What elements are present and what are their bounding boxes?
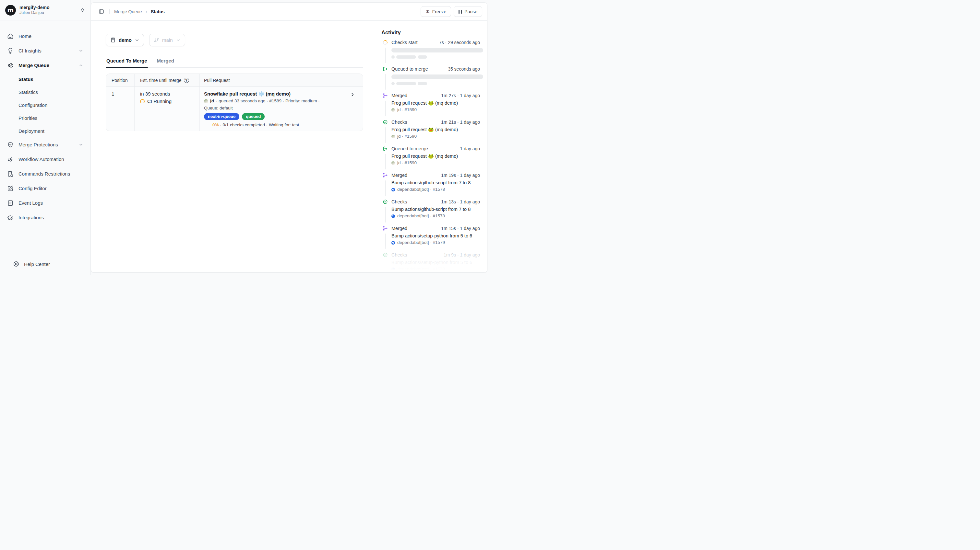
app-root: m mergify-demo Julien Danjou HomeCI Insi… [0,0,490,275]
sidebar-item-commands-restrictions[interactable]: Commands Restrictions [5,166,86,181]
snowflake-icon [425,9,430,14]
dependabot-avatar [391,268,395,271]
log-out-icon [383,67,388,71]
branch-select[interactable]: main [149,34,185,46]
circle-check-icon [383,199,388,204]
sidebar-item-status[interactable]: Status [5,73,86,86]
sidebar: m mergify-demo Julien Danjou HomeCI Insi… [0,0,91,275]
timeline-connector [385,207,386,222]
pause-button[interactable]: Pause [454,6,482,17]
timeline-connector [385,233,386,249]
file-text-icon [7,200,14,206]
activity-pr-title[interactable]: Frog pull request 🐸 (mq demo) [391,153,480,159]
column-header-pull-request: Pull Request [200,74,363,87]
sidebar-item-label: Status [19,76,33,82]
sidebar-item-merge-protections[interactable]: Merge Protections [5,137,86,152]
sidebar-toggle-button[interactable] [96,7,106,16]
dependabot-avatar [391,241,395,244]
activity-event-title: Merged [391,225,407,231]
sidebar-item-statistics[interactable]: Statistics [5,86,86,98]
activity-pr-title[interactable]: Bump actions/setup-python from 5 to 6 [391,259,480,266]
activity-event-time: 1m 9s · 1 day ago [444,252,480,258]
activity-author-text: dependabot[bot] · #1578 [397,213,445,219]
sidebar-nav: HomeCI InsightsMerge QueueStatusStatisti… [0,21,91,257]
timeline-connector [385,127,386,143]
sidebar-item-help-center[interactable]: Help Center [13,257,91,271]
freeze-button[interactable]: Freeze [421,6,451,17]
activity-event-time: 7s · 29 seconds ago [439,39,480,46]
skeleton-piece [418,55,427,59]
chevron-down-icon [135,38,140,43]
queue-tabs: Queued To Merge Merged [106,55,363,68]
queue-table-row[interactable]: 1 in 39 seconds CI Running Snowflake pul… [106,87,363,131]
sidebar-item-integrations[interactable]: Integrations [5,210,86,225]
chevron-down-icon [78,142,83,147]
queue-content: demo main Queued To Merge Merged Po [91,21,374,273]
sidebar-item-config-editor[interactable]: Config Editor [5,181,86,196]
activity-panel: Activity Checks start7s · 29 seconds ago… [374,21,487,273]
breadcrumb-parent[interactable]: Merge Queue [114,9,142,14]
branch-select-value: main [162,37,173,43]
activity-item-checks-start-0: Checks start7s · 29 seconds ago [381,39,480,66]
timeline-connector [385,101,386,116]
sidebar-item-deployment[interactable]: Deployment [5,124,86,137]
activity-event-time: 35 seconds ago [448,66,480,72]
activity-pr-title[interactable]: Frog pull request 🐸 (mq demo) [391,100,480,106]
sidebar-item-configuration[interactable]: Configuration [5,98,86,111]
file-lock-icon [7,171,14,177]
activity-event-title: Checks start [391,39,418,46]
eta-cell: in 39 seconds CI Running [135,87,200,131]
panel-left-icon [99,9,104,14]
activity-event-title: Checks [391,252,407,258]
chevron-down-icon [176,38,181,43]
activity-event-title: Checks [391,119,407,125]
ci-status: CI Running [147,98,172,105]
account-switcher[interactable]: m mergify-demo Julien Danjou [0,0,91,21]
puzzle-icon [7,214,14,221]
activity-pr-title[interactable]: Bump actions/github-script from 7 to 8 [391,179,480,186]
activity-pr-title[interactable]: Bump actions/setup-python from 5 to 6 [391,233,480,239]
log-out-icon [383,146,388,151]
sidebar-item-priorities[interactable]: Priorities [5,111,86,124]
sidebar-item-event-logs[interactable]: Event Logs [5,196,86,210]
activity-feed: Checks start7s · 29 seconds agoQueued to… [381,39,480,273]
queue-table: Position Est. time until merge ? Pull Re… [106,73,363,131]
sidebar-item-merge-queue[interactable]: Merge Queue [5,58,86,73]
pr-title[interactable]: Snowflake pull request ❄️ (mq demo) [204,90,358,98]
sidebar-item-home[interactable]: Home [5,29,86,43]
chevron-down-icon [78,48,83,53]
activity-pr-title[interactable]: Frog pull request 🐸 (mq demo) [391,126,480,133]
activity-author-line: dependabot[bot] · #1578 [391,213,480,219]
activity-author-line: jd · #1590 [391,107,480,113]
activity-event-time: 1m 19s · 1 day ago [441,172,480,179]
sidebar-item-label: Help Center [24,262,50,267]
sidebar-item-workflow-automation[interactable]: Workflow Automation [5,152,86,166]
lightbulb-icon [7,48,14,54]
tab-merged[interactable]: Merged [156,55,175,67]
row-chevron-right-icon[interactable] [350,92,355,97]
skeleton-bar [391,48,483,52]
activity-event-title: Checks [391,198,407,205]
activity-item-merged-7: Merged1m 15s · 1 day agoBump actions/set… [381,225,480,252]
repository-select-value: demo [119,37,132,43]
sidebar-item-label: Statistics [19,89,38,95]
help-circle-icon[interactable]: ? [184,78,189,83]
activity-item-queued-to-merge-1: Queued to merge35 seconds ago [381,66,480,92]
activity-event-time: 1m 21s · 1 day ago [441,119,480,125]
skeleton-piece [396,82,416,85]
activity-author-text: dependabot[bot] · #1579 [397,240,445,246]
pr-label-next-in-queue: next-in-queue [204,113,239,120]
sidebar-item-label: Integrations [19,215,44,220]
sidebar-item-label: Config Editor [19,185,47,191]
checks-progress: 0% [212,122,219,127]
home-icon [7,33,14,40]
sidebar-item-label: CI Insights [19,48,41,54]
activity-pr-title[interactable]: Bump actions/github-script from 7 to 8 [391,206,480,212]
author-avatar [391,161,395,165]
activity-item-queued-to-merge-4: Queued to merge1 day agoFrog pull reques… [381,146,480,172]
tab-queued-to-merge[interactable]: Queued To Merge [106,55,148,67]
queue-table-header: Position Est. time until merge ? Pull Re… [106,74,363,87]
repository-select[interactable]: demo [106,34,144,46]
sidebar-item-ci-insights[interactable]: CI Insights [5,43,86,58]
activity-author-text: dependabot[bot] · #1579 [397,266,445,272]
